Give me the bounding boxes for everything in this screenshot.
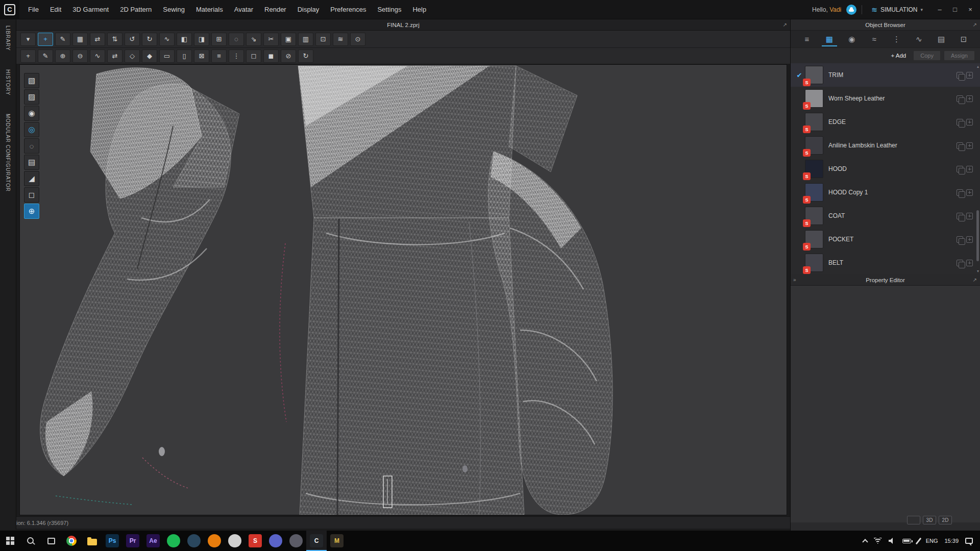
expand-viewport-icon[interactable]: ↗	[783, 22, 787, 28]
object-browser-tab[interactable]: ▦	[822, 32, 837, 46]
object-browser-tab[interactable]: ▤	[934, 32, 949, 46]
duplicate-icon[interactable]	[957, 166, 963, 172]
add-to-icon[interactable]	[966, 236, 973, 243]
tool-button[interactable]: ✂	[263, 33, 279, 46]
menu-item[interactable]: Avatar	[229, 0, 259, 19]
taskbar-app[interactable]: Ae	[143, 531, 163, 551]
dock-tab[interactable]: MODULAR CONFIGURATOR	[5, 114, 11, 192]
tool-button[interactable]: ⊡	[315, 33, 331, 46]
task-view-button[interactable]	[41, 531, 61, 551]
fabric-row[interactable]: ✔ S HOOD	[791, 157, 980, 181]
viewport-tool-button[interactable]: ◎	[24, 122, 39, 137]
fabric-thumbnail[interactable]: S	[805, 66, 823, 84]
menu-item[interactable]: 2D Pattern	[114, 0, 157, 19]
wifi-icon[interactable]	[874, 538, 882, 544]
view-toggle-blank[interactable]	[907, 516, 920, 524]
tool-button[interactable]: ▦	[72, 33, 88, 46]
taskbar-app[interactable]: M	[327, 531, 347, 551]
tool-button[interactable]: ↻	[142, 33, 157, 46]
tool-button[interactable]: ∿	[90, 49, 105, 63]
duplicate-icon[interactable]	[957, 95, 963, 102]
menu-item[interactable]: 3D Garment	[67, 0, 114, 19]
fabric-row[interactable]: ✔ S Aniline Lambskin Leather	[791, 134, 980, 157]
copy-button[interactable]: Copy	[913, 51, 941, 61]
tool-button[interactable]: ⇘	[246, 33, 261, 46]
tool-button[interactable]: ▣	[281, 33, 296, 46]
tool-button[interactable]: ⊙	[350, 33, 365, 46]
fabric-row[interactable]: ✔ S EDGE	[791, 110, 980, 134]
menu-item[interactable]: File	[22, 0, 44, 19]
file-explorer-app[interactable]	[82, 531, 102, 551]
search-button[interactable]	[20, 531, 41, 551]
duplicate-icon[interactable]	[957, 236, 963, 243]
menu-item[interactable]: Edit	[44, 0, 67, 19]
taskbar-app[interactable]: S	[245, 531, 265, 551]
viewport-tool-button[interactable]: ▨	[24, 89, 39, 105]
tool-button[interactable]: ∿	[159, 33, 175, 46]
view-toggle-button[interactable]: 3D	[923, 516, 936, 524]
tool-button[interactable]: ↻	[298, 49, 313, 63]
object-browser-tab[interactable]: ⊡	[956, 32, 971, 46]
tool-button[interactable]: ≋	[333, 33, 348, 46]
fabric-row[interactable]: ✔ S TRIM	[791, 63, 980, 87]
scroll-down-icon[interactable]: ▾	[977, 269, 979, 273]
tool-button[interactable]: ⇅	[107, 33, 122, 46]
duplicate-icon[interactable]	[957, 260, 963, 266]
fabric-thumbnail[interactable]: S	[805, 207, 823, 225]
tool-button[interactable]: ▯	[177, 49, 192, 63]
taskbar-app[interactable]: C	[306, 531, 327, 551]
viewport-tool-button[interactable]: ▤	[24, 155, 39, 170]
scrollbar-thumb[interactable]	[976, 210, 979, 261]
viewport-tool-button[interactable]: ◉	[24, 106, 39, 121]
fabric-thumbnail[interactable]: S	[805, 136, 823, 155]
tool-button[interactable]: ⊖	[72, 49, 88, 63]
dock-tab[interactable]: HISTORY	[5, 69, 11, 95]
add-button[interactable]: + Add	[887, 51, 911, 60]
volume-icon[interactable]	[889, 538, 896, 544]
taskbar-app[interactable]	[184, 531, 204, 551]
tool-button[interactable]: +	[38, 33, 53, 46]
minimize-button[interactable]: –	[932, 2, 947, 17]
object-browser-tab[interactable]: ≈	[867, 32, 882, 46]
taskbar-app[interactable]: Pr	[122, 531, 143, 551]
viewport-tool-button[interactable]: ◢	[24, 171, 39, 186]
fabric-thumbnail[interactable]: S	[805, 254, 823, 272]
tool-button[interactable]: ◇	[125, 49, 140, 63]
tool-button[interactable]: ✎	[55, 33, 70, 46]
tool-button[interactable]: ◧	[177, 33, 192, 46]
add-to-icon[interactable]	[966, 142, 973, 149]
taskbar-app[interactable]	[204, 531, 225, 551]
tool-button[interactable]: ◨	[194, 33, 209, 46]
action-center-icon[interactable]	[965, 538, 973, 544]
tool-button[interactable]: ⋮	[229, 49, 244, 63]
taskbar-app[interactable]	[286, 531, 306, 551]
add-to-icon[interactable]	[966, 213, 973, 219]
tool-button[interactable]: ▥	[298, 33, 313, 46]
expand-panel-icon[interactable]: ↗	[973, 277, 977, 283]
chrome-app[interactable]	[61, 531, 82, 551]
start-button[interactable]	[0, 531, 20, 551]
3d-viewport[interactable]: ▧▨◉◎◌▤◢◻⊕	[19, 64, 787, 515]
tool-button[interactable]: ▾	[20, 33, 36, 46]
tool-button[interactable]: ◼	[263, 49, 279, 63]
cloud-sync-icon[interactable]	[846, 5, 856, 15]
fabric-row[interactable]: ✔ S COAT	[791, 204, 980, 228]
tool-button[interactable]: +	[20, 49, 36, 63]
fabric-thumbnail[interactable]: S	[805, 183, 823, 202]
add-to-icon[interactable]	[966, 166, 973, 172]
username[interactable]: Vadi	[829, 6, 841, 13]
viewport-tool-button[interactable]: ◌	[24, 138, 39, 154]
tool-button[interactable]: ⊞	[211, 33, 227, 46]
duplicate-icon[interactable]	[957, 72, 963, 79]
fabric-thumbnail[interactable]: S	[805, 230, 823, 248]
object-browser-tab[interactable]: ⋮	[889, 32, 904, 46]
tool-button[interactable]: ▭	[159, 49, 175, 63]
fabric-row[interactable]: ✔ S BELT	[791, 251, 980, 274]
duplicate-icon[interactable]	[957, 213, 963, 219]
tool-button[interactable]: ⊕	[55, 49, 70, 63]
tool-button[interactable]: ⇄	[107, 49, 122, 63]
add-to-icon[interactable]	[966, 260, 973, 266]
duplicate-icon[interactable]	[957, 189, 963, 196]
battery-icon[interactable]	[902, 539, 911, 543]
taskbar-app[interactable]	[265, 531, 286, 551]
